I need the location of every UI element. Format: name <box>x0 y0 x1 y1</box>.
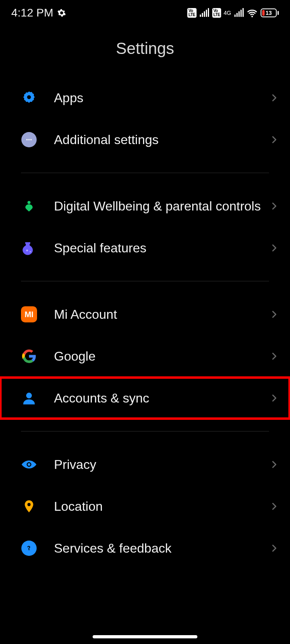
google-logo-icon <box>21 348 37 364</box>
row-google[interactable]: Google <box>0 335 290 377</box>
flask-icon <box>21 240 37 256</box>
chevron-right-icon <box>270 352 279 361</box>
chevron-right-icon <box>270 502 279 511</box>
row-label: Location <box>54 498 270 514</box>
signal-bars-icon <box>200 9 209 17</box>
row-label: Services & feedback <box>54 540 270 556</box>
row-additional-settings[interactable]: Additional settings <box>0 119 290 161</box>
row-label: Mi Account <box>54 306 270 322</box>
status-bar-right: VoLTE VoLTE 4G 13 <box>187 8 279 18</box>
wellbeing-icon <box>21 198 37 214</box>
battery-icon: 13 <box>261 8 279 17</box>
location-pin-icon <box>21 498 37 514</box>
home-indicator[interactable] <box>93 635 197 638</box>
help-icon <box>21 540 37 556</box>
network-type: 4G <box>224 10 231 16</box>
volte-icon: VoLTE <box>212 8 222 18</box>
row-accounts-sync[interactable]: Accounts & sync <box>0 377 290 419</box>
ellipsis-icon <box>21 132 37 148</box>
status-bar-left: 4:12 PM <box>11 6 66 19</box>
eye-icon <box>21 456 37 473</box>
row-label: Accounts & sync <box>54 390 270 406</box>
divider <box>21 173 269 173</box>
status-bar: 4:12 PM VoLTE VoLTE 4G 13 <box>0 0 290 26</box>
settings-group: Privacy Location Services & feedback <box>0 444 290 569</box>
page-title: Settings <box>0 39 290 58</box>
wifi-icon <box>247 8 257 18</box>
settings-group: Apps Additional settings <box>0 77 290 161</box>
row-location[interactable]: Location <box>0 485 290 527</box>
row-label: Apps <box>54 90 270 106</box>
chevron-right-icon <box>270 394 279 402</box>
settings-group: Digital Wellbeing & parental controls Sp… <box>0 185 290 269</box>
gear-icon <box>57 8 66 17</box>
row-special-features[interactable]: Special features <box>0 227 290 269</box>
settings-group: MI Mi Account Google Accounts & sync <box>0 293 290 419</box>
svg-point-2 <box>28 139 29 140</box>
svg-point-10 <box>27 503 31 506</box>
row-services-feedback[interactable]: Services & feedback <box>0 527 290 569</box>
svg-point-5 <box>26 250 28 251</box>
row-apps[interactable]: Apps <box>0 77 290 119</box>
svg-point-9 <box>28 463 31 466</box>
divider <box>21 431 269 431</box>
gear-app-icon <box>21 90 37 106</box>
svg-point-7 <box>26 393 32 398</box>
row-label: Special features <box>54 240 270 256</box>
page-header: Settings <box>0 26 290 77</box>
svg-point-3 <box>30 139 31 140</box>
chevron-right-icon <box>270 135 279 144</box>
battery-pct: 13 <box>261 10 276 16</box>
row-label: Privacy <box>54 456 270 473</box>
signal-bars-icon <box>234 9 244 17</box>
clock: 4:12 PM <box>11 6 53 19</box>
svg-point-0 <box>27 95 31 99</box>
chevron-right-icon <box>270 460 279 469</box>
volte-icon: VoLTE <box>187 8 197 18</box>
row-privacy[interactable]: Privacy <box>0 444 290 485</box>
chevron-right-icon <box>270 93 279 102</box>
svg-point-4 <box>27 201 31 204</box>
divider <box>21 281 269 281</box>
row-mi-account[interactable]: MI Mi Account <box>0 293 290 335</box>
row-digital-wellbeing[interactable]: Digital Wellbeing & parental controls <box>0 185 290 227</box>
svg-point-6 <box>30 251 31 252</box>
chevron-right-icon <box>270 244 279 252</box>
row-label: Google <box>54 348 270 364</box>
chevron-right-icon <box>270 310 279 319</box>
mi-logo-icon: MI <box>21 306 37 322</box>
chevron-right-icon <box>270 202 279 211</box>
row-label: Digital Wellbeing & parental controls <box>54 198 270 214</box>
person-icon <box>21 390 37 406</box>
chevron-right-icon <box>270 544 279 553</box>
svg-point-1 <box>26 139 27 140</box>
row-label: Additional settings <box>54 132 270 148</box>
